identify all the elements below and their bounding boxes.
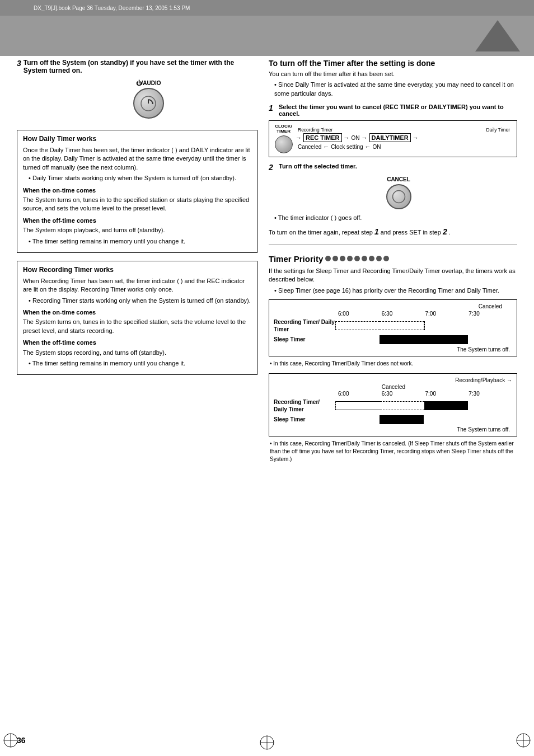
chart1-time-row: 6:00 6:30 7:00 7:30	[338, 311, 512, 317]
how-recording-timer-body1: When Recording Timer has been set, the t…	[23, 277, 251, 294]
timer-priority-bullet1: • Sleep Timer (see page 16) has priority…	[269, 287, 517, 295]
to-turn-off-section: To turn off the Timer after the setting …	[269, 59, 517, 98]
step2-number: 2	[269, 163, 277, 172]
timer-priority-title: Timer Priority	[269, 254, 517, 264]
chart2-row1-label: Recording Timer/Daily Timer	[274, 398, 335, 413]
chart1-system-off-label: The System turns off.	[274, 346, 510, 353]
how-daily-timer-bullet2: The timer setting remains in memory unti…	[23, 237, 251, 246]
how-daily-timer-body1: Once the Daily Timer has been set, the t…	[23, 146, 251, 172]
cancel-button-illustration: CANCEL	[280, 176, 517, 209]
how-recording-timer-bullet2: The timer setting remains in memory unti…	[23, 359, 251, 368]
chart1-row1-label: Recording Timer/ Daily Timer	[274, 318, 335, 333]
right-column: To turn off the Timer after the setting …	[269, 59, 517, 466]
chart1-row1: Recording Timer/ Daily Timer	[274, 318, 512, 333]
how-recording-timer-sub1: When the on-time comes	[23, 308, 251, 317]
how-recording-timer-bullet1: Recording Timer starts working only when…	[23, 297, 251, 305]
chart1-row2-timeline	[335, 335, 512, 344]
dot2	[332, 256, 338, 261]
cancel-button-label: CANCEL	[387, 176, 410, 182]
period: .	[449, 229, 451, 236]
step1-row: 1 Select the timer you want to cancel (R…	[269, 104, 517, 117]
how-recording-timer-body2: The System turns on, tunes in to the spe…	[23, 318, 251, 335]
to-turn-on-again-text: To turn on the timer again, repeat step …	[269, 227, 517, 238]
dot9	[383, 256, 389, 261]
chart1-note: • In this case, Recording Timer/Daily Ti…	[269, 360, 517, 368]
divider	[269, 245, 517, 245]
to-turn-off-title: To turn off the Timer after the setting …	[269, 59, 517, 68]
diagram-arrow-left: ←	[323, 143, 329, 150]
diagram-clock-setting: Clock setting	[331, 144, 363, 150]
cancel-button-visual	[386, 184, 411, 209]
diagram-on2: ON	[373, 144, 381, 150]
header-bar: DX_T9[J].book Page 36 Tuesday, December …	[0, 0, 534, 16]
how-daily-timer-sub2: When the off-time comes	[23, 217, 251, 225]
bottom-right-corner-mark	[515, 732, 532, 750]
step3-section: 3 Turn off the System (on standby) if yo…	[17, 59, 257, 119]
bottom-left-corner-mark	[2, 732, 19, 750]
chart1-canceled-label: Canceled	[274, 303, 512, 309]
svg-point-9	[392, 190, 405, 203]
how-daily-timer-bullet1: Daily Timer starts working only when the…	[23, 174, 251, 182]
chart1-row2: Sleep Timer	[274, 335, 512, 344]
dot1	[325, 256, 331, 261]
how-recording-timer-box: How Recording Timer works When Recording…	[17, 261, 257, 375]
banner-triangle	[475, 20, 520, 53]
step3-title: Turn off the System (on standby) if you …	[24, 59, 257, 74]
step3-button-illustration: ⏻/AUDIO	[39, 80, 257, 119]
timer-indicator-note: • The timer indicator ( ) goes off.	[269, 214, 517, 222]
timer-chart-2: Recording/Playback → Canceled 6:00 6:30 …	[269, 373, 517, 436]
and-press-text: and press SET in step	[381, 229, 441, 236]
daily-timer-label: Daily Timer	[486, 127, 510, 133]
timer-priority-text: Timer Priority	[269, 254, 323, 264]
step1-number: 1	[269, 104, 277, 112]
daily-timer-box: DAILYTIMER	[369, 133, 411, 142]
svg-marker-6	[475, 20, 520, 51]
dot5	[354, 256, 360, 261]
priority-dots	[325, 256, 389, 261]
power-button-illustration	[133, 88, 164, 119]
to-turn-off-bullet1: Since Daily Timer is activated at the sa…	[269, 81, 517, 98]
chart1-row1-timeline	[335, 321, 512, 330]
how-daily-timer-title: How Daily Timer works	[23, 135, 251, 143]
chart2-rec-playback-label: Recording/Playback →	[274, 377, 512, 383]
step3-button-label: ⏻/AUDIO	[136, 80, 161, 86]
bottom-center-mark	[259, 734, 275, 753]
how-recording-timer-sub2: When the off-time comes	[23, 339, 251, 347]
recording-timer-label: Recording Timer	[298, 127, 332, 133]
dot7	[369, 256, 374, 261]
chart2-time-row: 6:00 6:30 7:00 7:30	[338, 391, 512, 397]
chart2-row1-timeline	[335, 401, 512, 410]
how-daily-timer-box: How Daily Timer works Once the Daily Tim…	[17, 130, 257, 253]
chart2-row2: Sleep Timer	[274, 415, 512, 424]
diagram-canceled: Canceled	[298, 144, 321, 150]
chart2-row2-timeline	[335, 415, 512, 424]
rec-timer-box: REC TIMER	[303, 133, 342, 142]
timer-priority-section: Timer Priority If the settings for Sleep…	[269, 254, 517, 463]
dot6	[362, 256, 367, 261]
chart2-note: • In this case, Recording Timer/Daily Ti…	[269, 440, 517, 463]
chart2-row1: Recording Timer/Daily Timer	[274, 398, 512, 413]
step2-text: Turn off the selected timer.	[279, 163, 357, 170]
rec-timer-diagram: CLOCK/TIMER Recording Timer Daily Timer …	[269, 120, 517, 157]
to-turn-off-body1: You can turn off the timer after it has …	[269, 70, 517, 78]
diagram-flow: Recording Timer Daily Timer → REC TIMER …	[296, 127, 512, 150]
timer-chart-1: Canceled 6:00 6:30 7:00 7:30 Recording T…	[269, 299, 517, 356]
chart2-row2-label: Sleep Timer	[274, 416, 335, 422]
chart1-row2-label: Sleep Timer	[274, 336, 335, 342]
main-content: 3 Turn off the System (on standby) if yo…	[17, 59, 517, 722]
top-banner	[0, 16, 534, 56]
dot8	[376, 256, 382, 261]
how-daily-timer-sub1: When the on-time comes	[23, 186, 251, 195]
diagram-on: ON	[352, 135, 360, 141]
to-turn-on-again-prefix: To turn on the timer again, repeat step	[269, 229, 373, 236]
chart2-system-off-label: The System turns off.	[274, 426, 510, 433]
step2-row: 2 Turn off the selected timer.	[269, 163, 517, 172]
how-daily-timer-body3: The System stops playback, and turns off…	[23, 226, 251, 234]
how-daily-timer-body2: The System turns on, tunes in to the spe…	[23, 196, 251, 213]
dot4	[347, 256, 353, 261]
diagram-arrow: →	[344, 134, 350, 141]
dot3	[340, 256, 345, 261]
header-bar-text: DX_T9[J].book Page 36 Tuesday, December …	[34, 5, 190, 11]
step1-text: Select the timer you want to cancel (REC…	[279, 104, 517, 117]
timer-priority-body1: If the settings for Sleep Timer and Reco…	[269, 267, 517, 284]
